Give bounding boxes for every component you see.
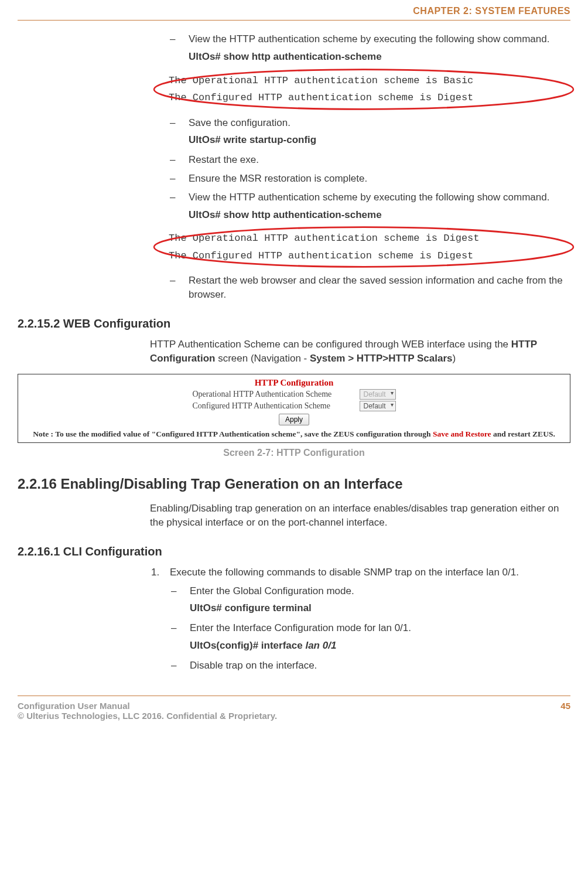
cmd-arg: lan 0/1 [305,640,336,651]
apply-button[interactable]: Apply [279,414,309,425]
cli-output-line: The Configured HTTP authentication schem… [169,90,559,105]
field-label-operational: Operational HTTP Authentication Scheme [192,390,356,399]
step-number: 1. [151,565,159,580]
step-restart-exe: Restart the exe. [169,153,570,167]
step-text: Execute the following commands to disabl… [170,567,519,578]
text-bold: System > HTTP>HTTP Scalars [310,353,452,364]
step-view-scheme-1: View the HTTP authentication scheme by e… [169,32,570,64]
step-text: Enter the Interface Configuration mode f… [190,622,411,633]
cmd-prefix: UltOs(config)# interface [190,640,305,651]
screenshot-note: Note : To use the modified value of "Con… [25,429,563,439]
footer-copyright: © Ulterius Technologies, LLC 2016. Confi… [18,711,277,721]
highlighted-output-1: The Operational HTTP authentication sche… [151,70,576,109]
screenshot-title: HTTP Configuration [25,378,563,388]
cli-command: UltOs# show http authentication-scheme [189,208,570,222]
numbered-step-1: 1. Execute the following commands to dis… [150,565,570,580]
page-number: 45 [560,701,570,721]
chapter-header: CHAPTER 2: SYSTEM FEATURES [18,0,570,21]
cli-command: UltOs(config)# interface lan 0/1 [190,639,570,653]
step-restart-browser: Restart the web browser and clear the sa… [169,274,570,302]
page-footer: Configuration User Manual © Ulterius Tec… [18,696,570,721]
cli-command: UltOs# show http authentication-scheme [189,50,570,64]
substep-interface-config: Enter the Interface Configuration mode f… [170,621,570,653]
step-text: Enter the Global Configuration mode. [190,585,354,597]
select-configured-scheme[interactable]: Default [360,401,395,411]
note-link: Save and Restore [433,430,491,438]
field-label-configured: Configured HTTP Authentication Scheme [192,401,356,411]
cli-command: UltOs# configure terminal [190,601,570,615]
cli-output-line: The Configured HTTP authentication schem… [169,248,559,264]
heading-trap-generation: 2.2.16 Enabling/Disabling Trap Generatio… [18,476,570,492]
step-save-config: Save the configuration. UltOs# write sta… [169,116,570,148]
text-fragment: ) [452,353,456,364]
substep-global-config: Enter the Global Configuration mode. Ult… [170,584,570,616]
cli-output-line: The Operational HTTP authentication sche… [169,73,559,88]
step-view-scheme-2: View the HTTP authentication scheme by e… [169,190,570,222]
note-text: Note : To use the modified value of "Con… [33,430,433,438]
web-config-paragraph: HTTP Authentication Scheme can be config… [150,338,570,366]
text-fragment: HTTP Authentication Scheme can be config… [150,339,511,350]
heading-web-configuration: 2.2.15.2 WEB Configuration [18,317,570,330]
step-text: Save the configuration. [189,117,290,128]
heading-cli-configuration: 2.2.16.1 CLI Configuration [18,545,570,558]
select-operational-scheme: Default [360,389,395,400]
cli-output-line: The Operational HTTP authentication sche… [169,231,559,246]
text-fragment: screen (Navigation - [215,353,310,364]
trap-paragraph: Enabling/Disabling trap generation on an… [150,502,570,530]
figure-caption: Screen 2-7: HTTP Configuration [18,448,570,458]
step-ensure-msr: Ensure the MSR restoration is complete. [169,172,570,186]
step-text: View the HTTP authentication scheme by e… [189,33,549,45]
cli-command: UltOs# write startup-config [189,133,570,147]
http-config-screenshot: HTTP Configuration Operational HTTP Auth… [18,374,570,444]
step-text: View the HTTP authentication scheme by e… [189,192,549,203]
note-text: and restart ZEUS. [491,430,555,438]
highlighted-output-2: The Operational HTTP authentication sche… [151,227,576,267]
footer-doc-title: Configuration User Manual [18,701,277,711]
substep-disable-trap: Disable trap on the interface. [170,659,570,673]
